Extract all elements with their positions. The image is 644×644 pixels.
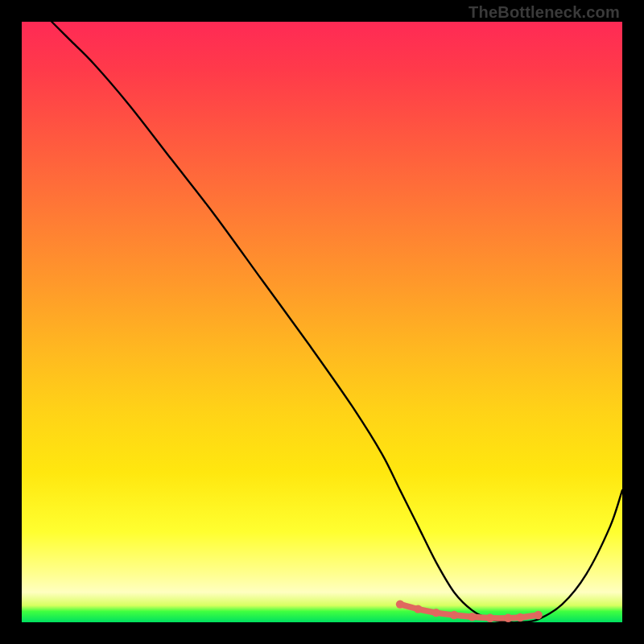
optimal-range-dots — [396, 600, 543, 622]
optimal-range-dot — [450, 611, 458, 619]
optimal-range-dot — [486, 614, 494, 622]
chart-svg — [22, 22, 622, 622]
optimal-range-dot — [468, 613, 476, 621]
optimal-range-dot — [414, 605, 422, 613]
chart-frame: TheBottleneck.com — [0, 0, 644, 644]
optimal-range-dot — [534, 611, 542, 619]
optimal-range-dot — [516, 613, 524, 621]
optimal-range-dot — [432, 609, 440, 617]
attribution-text: TheBottleneck.com — [469, 3, 620, 22]
optimal-range-dot — [396, 600, 404, 608]
plot-area — [22, 22, 622, 622]
optimal-range-dot — [504, 614, 512, 622]
bottleneck-curve — [52, 22, 622, 622]
